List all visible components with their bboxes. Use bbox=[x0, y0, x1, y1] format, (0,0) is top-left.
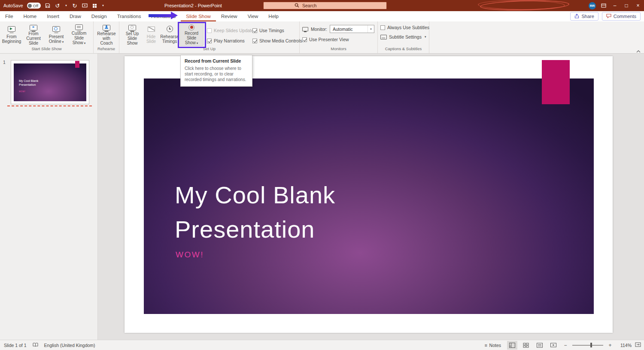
zoom-level[interactable]: 114% bbox=[617, 343, 632, 348]
grid-icon[interactable] bbox=[91, 1, 97, 10]
group-label-rehearse: Rehearse bbox=[94, 46, 119, 53]
slide-counter[interactable]: Slide 1 of 1 bbox=[4, 343, 27, 348]
record-tooltip: Record from Current Slide Click here to … bbox=[180, 55, 252, 87]
thumbnail-slide-title: My Cool Blank Presentation bbox=[19, 79, 47, 87]
monitor-icon bbox=[302, 27, 308, 31]
subtitle-icon bbox=[380, 35, 387, 39]
reading-view-button[interactable] bbox=[535, 341, 545, 350]
comments-button[interactable]: Comments bbox=[602, 12, 641, 21]
share-button[interactable]: Share bbox=[570, 12, 598, 21]
use-presenter-view-checkbox[interactable]: Use Presenter View bbox=[302, 37, 377, 42]
zoom-in-button[interactable]: + bbox=[607, 342, 614, 348]
fit-slide-to-window-icon[interactable] bbox=[635, 342, 641, 348]
subtitle-settings-button[interactable]: Subtitle Settings ▾ bbox=[380, 34, 429, 39]
quick-access-toolbar: AutoSave Off ↺ ▾ ↻ ▾ bbox=[3, 0, 105, 11]
search-label: Search bbox=[302, 3, 316, 8]
search-box[interactable]: Search bbox=[263, 2, 387, 9]
from-current-slide-button[interactable]: From Current Slide bbox=[21, 22, 46, 46]
present-online-button[interactable]: Present Online▾ bbox=[46, 22, 67, 46]
monitor-label: Monitor: bbox=[311, 27, 327, 32]
from-beginning-button[interactable]: From Beginning bbox=[2, 22, 21, 46]
customize-toolbar-chevron-icon[interactable]: ▾ bbox=[101, 1, 105, 10]
undo-chevron-icon[interactable]: ▾ bbox=[64, 1, 68, 10]
minimize-button[interactable]: – bbox=[611, 3, 618, 9]
zoom-slider[interactable] bbox=[572, 345, 603, 346]
proofing-book-icon[interactable] bbox=[33, 343, 38, 348]
zoom-out-button[interactable]: − bbox=[562, 342, 569, 348]
play-narrations-checkbox[interactable]: Play Narrations bbox=[207, 38, 250, 43]
dropdown-chevron-icon: ▾ bbox=[197, 42, 198, 45]
record-icon bbox=[188, 24, 194, 30]
redo-icon[interactable]: ↻ bbox=[72, 1, 78, 10]
custom-slide-show-button[interactable]: Custom Slide Show▾ bbox=[67, 22, 91, 46]
hide-slide-icon bbox=[148, 24, 155, 34]
slide-title-text[interactable]: My Cool Blank Presentation bbox=[175, 178, 335, 247]
set-up-slide-show-button[interactable]: Set Up Slide Show bbox=[122, 22, 143, 46]
start-slideshow-icon[interactable] bbox=[82, 1, 88, 10]
avatar[interactable]: RR bbox=[589, 2, 596, 9]
slide-thumbnail-panel: 1 My Cool Blank Presentation WOW! bbox=[0, 54, 98, 340]
tab-home[interactable]: Home bbox=[18, 11, 42, 21]
dropdown-chevron-icon: ▾ bbox=[368, 25, 374, 33]
tab-design[interactable]: Design bbox=[86, 11, 112, 21]
tab-draw[interactable]: Draw bbox=[64, 11, 86, 21]
autosave-toggle[interactable]: Off bbox=[27, 3, 41, 9]
tab-view[interactable]: View bbox=[243, 11, 264, 21]
record-slide-show-button[interactable]: Record Slide Show▾ bbox=[179, 22, 204, 46]
zoom-slider-thumb[interactable] bbox=[590, 343, 592, 347]
undo-icon[interactable]: ↺ bbox=[55, 1, 61, 10]
title-bar: AutoSave Off ↺ ▾ ↻ ▾ Presentation2 - Pow… bbox=[0, 0, 644, 11]
checkbox-icon bbox=[380, 25, 385, 30]
show-media-controls-checkbox[interactable]: Show Media Controls bbox=[252, 38, 302, 43]
group-monitors: Monitor: Automatic ▾ Use Presenter View … bbox=[300, 21, 378, 53]
status-bar: Slide 1 of 1 English (United Kingdom) ≡ … bbox=[0, 340, 644, 350]
keep-slides-updated-checkbox: Keep Slides Updated bbox=[207, 28, 250, 33]
monitor-list-icon bbox=[75, 24, 83, 30]
clock-icon bbox=[167, 24, 173, 34]
group-start-slide-show: From Beginning From Current Slide Presen… bbox=[0, 21, 94, 53]
checkbox-icon bbox=[252, 28, 257, 33]
slide-subtitle-text[interactable]: WOW! bbox=[176, 250, 204, 259]
group-label-monitors: Monitors bbox=[300, 46, 377, 53]
comments-icon bbox=[606, 14, 611, 19]
always-use-subtitles-checkbox[interactable]: Always Use Subtitles bbox=[380, 25, 429, 30]
dropdown-chevron-icon: ▾ bbox=[425, 35, 426, 39]
tab-review[interactable]: Review bbox=[216, 11, 243, 21]
monitor-play-icon bbox=[8, 24, 15, 34]
language-indicator[interactable]: English (United Kingdom) bbox=[44, 343, 95, 348]
autosave-label: AutoSave bbox=[3, 3, 23, 8]
tab-insert[interactable]: Insert bbox=[42, 11, 64, 21]
close-button[interactable]: × bbox=[635, 3, 641, 9]
share-label: Share bbox=[581, 14, 594, 19]
use-timings-checkbox[interactable]: Use Timings bbox=[252, 28, 302, 33]
checkbox-icon bbox=[302, 37, 307, 42]
tab-file[interactable]: File bbox=[0, 11, 18, 21]
slide-canvas[interactable]: My Cool Blank Presentation WOW! bbox=[125, 56, 613, 333]
blue-arrow-annotation bbox=[149, 14, 171, 17]
checkbox-icon bbox=[207, 28, 212, 33]
slide-show-view-button[interactable] bbox=[548, 341, 559, 350]
save-icon[interactable] bbox=[45, 1, 51, 10]
pink-rectangle-shape[interactable] bbox=[542, 60, 570, 104]
monitor-play-current-icon bbox=[30, 24, 37, 31]
rehearse-timings-button[interactable]: Rehearse Timings bbox=[160, 22, 179, 46]
tab-transitions[interactable]: Transitions bbox=[112, 11, 146, 21]
slide-workspace: My Cool Blank Presentation WOW! bbox=[98, 54, 644, 340]
normal-view-button[interactable] bbox=[507, 341, 517, 350]
maximize-button[interactable]: □ bbox=[623, 3, 630, 9]
rehearse-with-coach-button[interactable]: Rehearse with Coach bbox=[95, 22, 118, 46]
monitor-person-icon bbox=[103, 24, 110, 31]
tab-help[interactable]: Help bbox=[263, 11, 284, 21]
collapse-ribbon-chevron-icon[interactable] bbox=[636, 48, 641, 54]
notes-button[interactable]: ≡ Notes bbox=[482, 343, 504, 348]
search-icon bbox=[295, 3, 299, 9]
ribbon-display-options-icon[interactable] bbox=[601, 1, 607, 10]
window-title: Presentation2 - PowerPoint bbox=[164, 0, 222, 11]
tab-slide-show[interactable]: Slide Show bbox=[181, 11, 216, 21]
slide-sorter-view-button[interactable] bbox=[521, 341, 531, 350]
thumbnail-slide-number: 1 bbox=[3, 60, 6, 65]
monitor-dropdown[interactable]: Automatic ▾ bbox=[330, 25, 374, 33]
red-scribble-annotation bbox=[480, 0, 570, 12]
slide-thumbnail[interactable]: My Cool Blank Presentation WOW! bbox=[11, 60, 89, 104]
dropdown-chevron-icon: ▾ bbox=[62, 40, 64, 43]
